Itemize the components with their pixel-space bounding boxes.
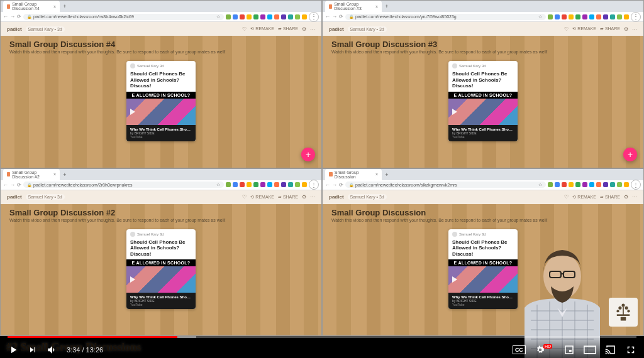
extension-icon[interactable]: [562, 14, 567, 19]
video-thumbnail[interactable]: [448, 99, 518, 125]
extension-icon[interactable]: [562, 182, 567, 187]
extension-icon[interactable]: [302, 182, 307, 187]
author-chip[interactable]: Samuel Kary • 3d: [26, 194, 65, 200]
forward-button[interactable]: →: [10, 14, 15, 19]
extension-icon[interactable]: [288, 182, 293, 187]
padlet-logo[interactable]: padlet: [7, 194, 22, 200]
close-tab-icon[interactable]: ×: [375, 172, 378, 176]
close-tab-icon[interactable]: ×: [53, 172, 56, 176]
extension-icon[interactable]: [274, 14, 279, 19]
add-post-button[interactable]: +: [301, 148, 315, 161]
close-tab-icon[interactable]: ×: [375, 4, 378, 9]
browser-menu-button[interactable]: ⋮: [631, 12, 641, 22]
remake-button[interactable]: ⟲ REMAKE: [572, 195, 596, 200]
post-card[interactable]: Samuel Kary 3dShould Cell Phones Be Allo…: [126, 61, 196, 141]
fullscreen-button[interactable]: [625, 344, 636, 355]
like-icon[interactable]: ♡: [564, 194, 569, 200]
post-card[interactable]: Samuel Kary 3dShould Cell Phones Be Allo…: [448, 229, 518, 310]
reload-button[interactable]: ⟳: [17, 14, 21, 19]
extension-icon[interactable]: [240, 182, 245, 187]
extension-icon[interactable]: [582, 14, 587, 19]
browser-tab[interactable]: Small Group Discussion #4×: [3, 1, 60, 12]
miniplayer-button[interactable]: [564, 344, 575, 355]
browser-tab[interactable]: Small Group Discussion #2×: [3, 169, 60, 180]
more-menu-icon[interactable]: ⋯: [632, 26, 637, 32]
extension-icon[interactable]: [575, 14, 580, 19]
extension-icon[interactable]: [302, 14, 307, 19]
extension-icon[interactable]: [610, 182, 615, 187]
settings-button[interactable]: HD: [535, 344, 555, 355]
browser-menu-button[interactable]: ⋮: [631, 180, 641, 190]
extension-icon[interactable]: [295, 14, 300, 19]
extension-icon[interactable]: [240, 14, 245, 19]
reload-button[interactable]: ⟳: [339, 14, 343, 19]
extension-icon[interactable]: [555, 14, 560, 19]
forward-button[interactable]: →: [332, 14, 337, 19]
browser-menu-button[interactable]: ⋮: [309, 12, 319, 22]
cc-button[interactable]: CC: [513, 345, 526, 354]
extension-icon[interactable]: [624, 182, 629, 187]
new-tab-button[interactable]: +: [61, 171, 69, 178]
new-tab-button[interactable]: +: [383, 3, 391, 10]
extension-icon[interactable]: [233, 14, 238, 19]
settings-gear-icon[interactable]: ⚙: [624, 26, 628, 32]
padlet-logo[interactable]: padlet: [329, 26, 344, 32]
extension-icon[interactable]: [247, 14, 252, 19]
extension-icon[interactable]: [569, 14, 574, 19]
remake-button[interactable]: ⟲ REMAKE: [250, 195, 274, 200]
new-tab-button[interactable]: +: [383, 171, 391, 178]
address-bar[interactable]: 🔒padlet.com/newedtechclassroom/rw8tr4xwo…: [23, 14, 224, 20]
extension-icon[interactable]: [589, 14, 594, 19]
settings-gear-icon[interactable]: ⚙: [302, 194, 306, 200]
extension-icon[interactable]: [260, 182, 265, 187]
more-menu-icon[interactable]: ⋯: [310, 194, 315, 200]
extension-icon[interactable]: [226, 182, 231, 187]
extension-icon[interactable]: [548, 14, 553, 19]
extension-icon[interactable]: [610, 14, 615, 19]
settings-gear-icon[interactable]: ⚙: [302, 26, 306, 32]
cast-button[interactable]: [605, 344, 616, 355]
share-button[interactable]: ➦ SHARE: [278, 195, 298, 200]
board-canvas[interactable]: Small Group Discussion #4Watch this vide…: [1, 36, 321, 168]
extension-icon[interactable]: [288, 14, 293, 19]
like-icon[interactable]: ♡: [242, 26, 247, 32]
back-button[interactable]: ←: [3, 14, 8, 19]
like-icon[interactable]: ♡: [564, 26, 569, 32]
progress-track[interactable]: [8, 336, 636, 338]
extension-icon[interactable]: [548, 182, 553, 187]
extension-icon[interactable]: [596, 14, 601, 19]
extension-icon[interactable]: [281, 14, 286, 19]
author-chip[interactable]: Samuel Kary • 3d: [26, 26, 65, 32]
back-button[interactable]: ←: [3, 182, 8, 188]
share-button[interactable]: ➦ SHARE: [278, 26, 298, 31]
extension-icon[interactable]: [617, 14, 622, 19]
extension-icon[interactable]: [247, 182, 252, 187]
close-tab-icon[interactable]: ×: [53, 4, 56, 9]
extension-icon[interactable]: [226, 14, 231, 19]
extension-icon[interactable]: [555, 182, 560, 187]
theater-button[interactable]: [584, 345, 596, 354]
extension-icon[interactable]: [624, 14, 629, 19]
board-canvas[interactable]: Small Group Discussion #3Watch this vide…: [323, 36, 643, 168]
extension-icon[interactable]: [281, 182, 286, 187]
extension-icon[interactable]: [596, 182, 601, 187]
back-button[interactable]: ←: [325, 182, 330, 188]
new-tab-button[interactable]: +: [61, 3, 69, 10]
settings-gear-icon[interactable]: ⚙: [624, 194, 628, 200]
forward-button[interactable]: →: [10, 182, 15, 188]
forward-button[interactable]: →: [332, 182, 337, 188]
video-thumbnail[interactable]: [448, 266, 518, 293]
extension-icon[interactable]: [569, 182, 574, 187]
extension-icon[interactable]: [575, 182, 580, 187]
remake-button[interactable]: ⟲ REMAKE: [250, 26, 274, 31]
star-icon[interactable]: ☆: [538, 182, 542, 187]
reload-button[interactable]: ⟳: [17, 182, 21, 188]
address-bar[interactable]: 🔒padlet.com/newedtechclassroom/2r8h0cwrp…: [23, 182, 224, 188]
post-card[interactable]: Samuel Kary 3dShould Cell Phones Be Allo…: [448, 61, 518, 141]
browser-tab[interactable]: Small Group Discussion×: [325, 169, 382, 180]
add-post-button[interactable]: +: [623, 148, 637, 161]
extension-icon[interactable]: [260, 14, 265, 19]
browser-tab[interactable]: Small Group Discussion #3×: [325, 1, 382, 12]
extension-icon[interactable]: [603, 182, 608, 187]
extension-icon[interactable]: [295, 182, 300, 187]
